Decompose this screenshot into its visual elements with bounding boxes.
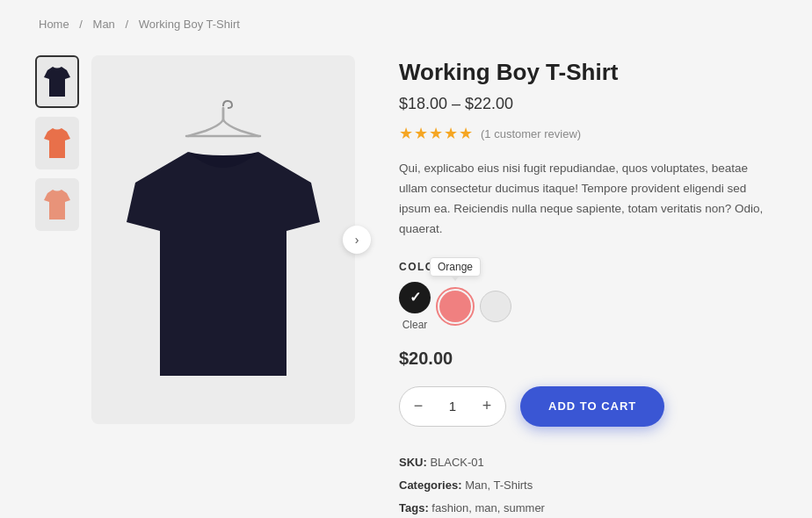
breadcrumb: Home / Man / Working Boy T-Shirt (35, 18, 777, 31)
swatch-wrapper-white (480, 291, 511, 322)
left-panel: › (35, 55, 355, 424)
tags-label: Tags: (399, 501, 429, 514)
tshirt-image (127, 143, 320, 380)
color-swatch-white[interactable] (480, 291, 511, 322)
swatch-wrapper-black: Clear (399, 282, 431, 331)
tags-row: Tags: fashion, man, summer (399, 497, 777, 518)
price-range: $18.00 – $22.00 (399, 95, 777, 113)
page-wrapper: Home / Man / Working Boy T-Shirt (0, 0, 812, 518)
quantity-decrease-button[interactable]: − (400, 386, 437, 427)
breadcrumb-home[interactable]: Home (39, 18, 69, 31)
thumbnail-3[interactable] (35, 178, 79, 231)
meta-info: SKU: BLACK-01 Categories: Man, T-Shirts … (399, 451, 777, 518)
tags-value-text[interactable]: fashion, man, summer (431, 501, 545, 514)
color-label: COLOR (399, 261, 777, 273)
review-count[interactable]: (1 customer review) (481, 127, 581, 140)
clear-label: Clear (402, 319, 428, 331)
thumbnails (35, 55, 79, 424)
sku-label: SKU: (399, 456, 427, 469)
categories-row: Categories: Man, T-Shirts (399, 474, 777, 497)
color-swatch-orange[interactable]: Orange (439, 291, 471, 322)
product-title: Working Boy T-Shirt (399, 59, 777, 86)
breadcrumb-product: Working Boy T-Shirt (139, 18, 240, 31)
thumbnail-1[interactable] (35, 55, 79, 108)
sku-value-text: BLACK-01 (430, 456, 483, 469)
right-panel: Working Boy T-Shirt $18.00 – $22.00 ★★★★… (399, 55, 777, 518)
quantity-value: 1 (437, 399, 468, 414)
color-section: COLOR Clear Orange (399, 261, 777, 331)
quantity-control: − 1 + (399, 386, 506, 427)
color-swatch-black[interactable] (399, 282, 431, 313)
next-image-arrow[interactable]: › (343, 226, 371, 254)
categories-value-text[interactable]: Man, T-Shirts (465, 478, 533, 492)
breadcrumb-man[interactable]: Man (93, 18, 115, 31)
product-description: Qui, explicabo eius nisi fugit repudiand… (399, 159, 768, 240)
sku-row: SKU: BLACK-01 (399, 451, 777, 474)
stars-row: ★★★★★ (1 customer review) (399, 124, 777, 143)
main-content: › Working Boy T-Shirt $18.00 – $22.00 ★★… (35, 55, 777, 518)
add-to-cart-row: − 1 + ADD TO CART (399, 386, 777, 427)
thumbnail-2[interactable] (35, 117, 79, 169)
categories-label: Categories: (399, 478, 462, 492)
main-image: › (91, 55, 355, 424)
star-rating: ★★★★★ (399, 124, 474, 143)
selected-price: $20.00 (399, 349, 777, 369)
color-options: Clear Orange (399, 282, 777, 331)
swatch-wrapper-orange: Orange (439, 291, 471, 322)
add-to-cart-button[interactable]: ADD TO CART (520, 386, 664, 427)
quantity-increase-button[interactable]: + (468, 386, 505, 427)
